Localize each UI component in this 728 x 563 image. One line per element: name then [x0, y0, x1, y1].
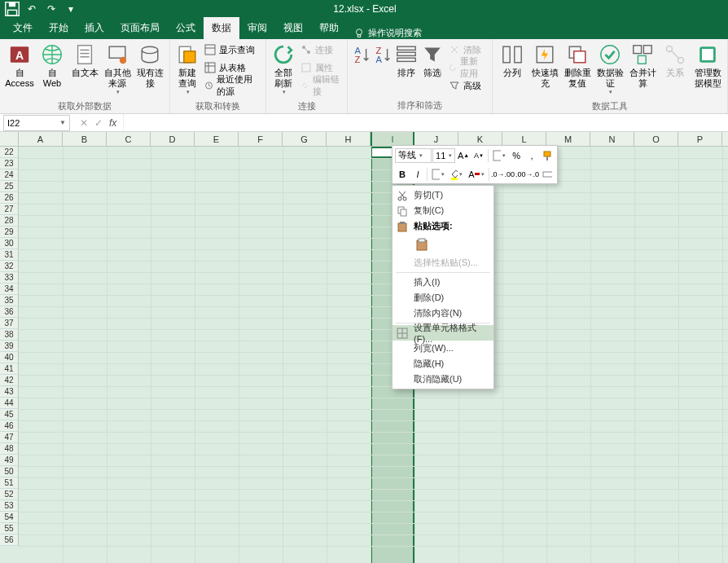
- column-header-C[interactable]: C: [107, 132, 151, 146]
- increase-font-button[interactable]: A▲: [456, 147, 471, 164]
- advanced-filter-button[interactable]: 高级: [445, 77, 489, 95]
- refresh-all-button[interactable]: 全部刷新▾: [270, 41, 297, 99]
- column-header-E[interactable]: E: [195, 132, 239, 146]
- from-access-button[interactable]: A 自 Access: [3, 41, 36, 91]
- tab-pagelayout[interactable]: 页面布局: [112, 17, 168, 39]
- row-header[interactable]: 22: [0, 147, 19, 158]
- font-name-combo[interactable]: 等线▾: [395, 148, 432, 163]
- row-header[interactable]: 48: [0, 443, 19, 455]
- sort-asc-button[interactable]: AZ: [351, 41, 372, 70]
- italic-button[interactable]: I: [410, 166, 425, 183]
- name-box[interactable]: I22 ▼: [3, 115, 70, 131]
- formula-input[interactable]: [123, 114, 728, 131]
- spreadsheet-grid[interactable]: 2223242526272829303132333435363738394041…: [0, 147, 728, 563]
- row-header[interactable]: 32: [0, 261, 19, 272]
- data-validation-button[interactable]: 数据验证▾: [594, 41, 626, 99]
- column-header-A[interactable]: A: [19, 132, 63, 146]
- ctx-copy[interactable]: 复制(C): [393, 203, 493, 218]
- tab-data[interactable]: 数据: [204, 17, 239, 39]
- column-header-H[interactable]: H: [327, 132, 371, 146]
- merge-center-button[interactable]: [540, 166, 555, 183]
- font-color-button[interactable]: A▾: [466, 166, 487, 183]
- row-header[interactable]: 30: [0, 238, 19, 249]
- increase-decimal-button[interactable]: .0→.00: [491, 166, 515, 183]
- ctx-cut[interactable]: 剪切(T): [393, 187, 493, 203]
- namebox-dropdown-icon[interactable]: ▼: [59, 119, 66, 126]
- column-header-M[interactable]: M: [546, 132, 590, 146]
- recent-sources-button[interactable]: 最近使用的源: [201, 77, 263, 95]
- row-header[interactable]: 38: [0, 329, 19, 341]
- tab-insert[interactable]: 插入: [77, 17, 112, 39]
- tab-file[interactable]: 文件: [5, 17, 41, 39]
- row-header[interactable]: 26: [0, 192, 19, 204]
- ctx-unhide[interactable]: 取消隐藏(U): [393, 372, 493, 387]
- tab-home[interactable]: 开始: [41, 17, 77, 39]
- accounting-format-button[interactable]: ▾: [490, 147, 508, 164]
- ctx-hide[interactable]: 隐藏(H): [393, 356, 493, 372]
- row-header[interactable]: 52: [0, 489, 19, 500]
- row-header[interactable]: 45: [0, 409, 19, 420]
- show-queries-button[interactable]: 显示查询: [201, 41, 263, 59]
- column-header-J[interactable]: J: [414, 132, 458, 146]
- row-header[interactable]: 33: [0, 272, 19, 284]
- text-to-columns-button[interactable]: 分列: [496, 41, 528, 81]
- fill-color-button[interactable]: ▾: [448, 166, 466, 183]
- row-header[interactable]: 24: [0, 169, 19, 181]
- row-header[interactable]: 36: [0, 306, 19, 318]
- row-header[interactable]: 27: [0, 204, 19, 215]
- qat-customize[interactable]: ▾: [62, 1, 80, 17]
- column-header-N[interactable]: N: [590, 132, 634, 146]
- connections-button[interactable]: 连接: [297, 41, 344, 59]
- column-header-I[interactable]: I: [371, 132, 414, 146]
- column-header-K[interactable]: K: [458, 132, 502, 146]
- row-header[interactable]: 55: [0, 523, 19, 534]
- new-query-button[interactable]: 新建查询▾: [173, 41, 201, 99]
- ctx-insert[interactable]: 插入(I): [393, 275, 493, 290]
- filter-button[interactable]: 筛选: [419, 41, 445, 81]
- undo-button[interactable]: ↶: [23, 1, 41, 17]
- tab-review[interactable]: 审阅: [239, 17, 275, 39]
- cancel-formula-button[interactable]: ✕: [80, 117, 88, 129]
- column-header-L[interactable]: L: [502, 132, 546, 146]
- row-header[interactable]: 44: [0, 398, 19, 409]
- border-button[interactable]: ▾: [429, 166, 447, 183]
- row-header[interactable]: 29: [0, 227, 19, 238]
- enter-formula-button[interactable]: ✓: [94, 117, 103, 129]
- row-header[interactable]: 35: [0, 295, 19, 306]
- column-header-O[interactable]: O: [634, 132, 678, 146]
- row-header[interactable]: 43: [0, 386, 19, 398]
- font-size-combo[interactable]: 11▾: [432, 148, 455, 163]
- row-header[interactable]: 23: [0, 158, 19, 169]
- select-all-corner[interactable]: [0, 132, 19, 146]
- from-text-button[interactable]: 自文本: [68, 41, 101, 81]
- ctx-delete[interactable]: 删除(D): [393, 290, 493, 306]
- row-header[interactable]: 50: [0, 466, 19, 477]
- tell-me-search[interactable]: 操作说明搜索: [347, 27, 428, 39]
- row-header[interactable]: 56: [0, 534, 19, 546]
- column-header-P[interactable]: P: [678, 132, 722, 146]
- ctx-clear-contents[interactable]: 清除内容(N): [393, 306, 493, 321]
- column-header-G[interactable]: G: [283, 132, 327, 146]
- column-header-F[interactable]: F: [239, 132, 283, 146]
- fx-button[interactable]: fx: [109, 117, 116, 129]
- consolidate-button[interactable]: 合并计算: [626, 41, 659, 91]
- remove-duplicates-button[interactable]: 删除重复值: [561, 41, 594, 91]
- ctx-column-width[interactable]: 列宽(W)...: [393, 341, 493, 356]
- row-header[interactable]: 46: [0, 420, 19, 432]
- row-header[interactable]: 25: [0, 181, 19, 192]
- bold-button[interactable]: B: [395, 166, 410, 183]
- row-header[interactable]: 49: [0, 455, 19, 466]
- decrease-font-button[interactable]: A▼: [471, 147, 486, 164]
- row-header[interactable]: 34: [0, 284, 19, 295]
- column-header-B[interactable]: B: [63, 132, 107, 146]
- row-header[interactable]: 41: [0, 363, 19, 375]
- from-other-sources-button[interactable]: 自其他来源▾: [101, 41, 134, 99]
- tab-view[interactable]: 视图: [275, 17, 311, 39]
- tab-help[interactable]: 帮助: [311, 17, 347, 39]
- column-header-D[interactable]: D: [151, 132, 195, 146]
- paste-option-default[interactable]: [414, 235, 432, 253]
- decrease-decimal-button[interactable]: .00→.0: [515, 166, 539, 183]
- save-button[interactable]: [3, 1, 21, 17]
- flash-fill-button[interactable]: 快速填充: [528, 41, 561, 91]
- sort-button[interactable]: 排序: [393, 41, 419, 81]
